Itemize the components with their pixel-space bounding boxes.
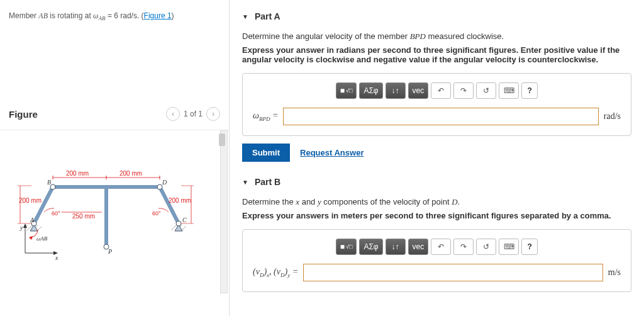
axis-y-label: y — [19, 224, 23, 231]
svg-point-15 — [50, 184, 55, 189]
axis-x-label: x — [55, 254, 58, 261]
tb-undo-button[interactable]: ↶ — [431, 239, 451, 255]
qb-suffix: components of the velocity of point — [321, 197, 452, 206]
tb-subscript-button[interactable]: ↓↑ — [386, 239, 406, 255]
ps-eq: = 6 rad/s. ( — [106, 11, 144, 20]
figure-scrollbar[interactable] — [220, 130, 228, 293]
figure-pager: ‹ 1 of 1 › — [166, 107, 220, 121]
part-b-title: Part B — [255, 177, 280, 187]
part-b-question: Determine the x and y components of the … — [242, 197, 631, 207]
toolbar-b: ■√□ ΑΣφ ↓↑ vec ↶ ↷ ↺ ⌨ ? — [253, 239, 621, 255]
tb-subscript-button[interactable]: ↓↑ — [386, 82, 406, 99]
answer-row-b: (vD)x, (vD)y = m/s — [253, 264, 621, 281]
part-b-header[interactable]: ▼ Part B — [242, 177, 631, 187]
figure-area: y x A B C D P — [0, 130, 229, 293]
ps-suffix: ) — [172, 11, 174, 20]
figure-title: Figure — [9, 109, 166, 120]
submit-button-a[interactable]: Submit — [242, 144, 290, 162]
tb-greek-button[interactable]: ΑΣφ — [359, 239, 382, 255]
part-b-instruction: Express your answers in meters per secon… — [242, 211, 631, 220]
tb-undo-button[interactable]: ↶ — [431, 82, 451, 99]
tb-vec-button[interactable]: vec — [408, 82, 429, 99]
answer-label-a: ωBPD = — [253, 111, 278, 122]
ps-member: AB — [38, 11, 48, 20]
tb-redo-button[interactable]: ↷ — [453, 239, 474, 255]
angle-left: 60° — [52, 210, 60, 217]
figure-header: Figure ‹ 1 of 1 › — [0, 102, 229, 126]
right-panel: ▼ Part A Determine the angular velocity … — [230, 0, 644, 316]
label-D: D — [162, 179, 167, 186]
angle-right: 60° — [152, 210, 161, 217]
part-a-instruction: Express your answer in radians per secon… — [242, 45, 631, 64]
ps-prefix: Member — [9, 11, 38, 20]
answer-row-a: ωBPD = rad/s — [253, 108, 621, 125]
tb-keyboard-button[interactable]: ⌨ — [499, 239, 519, 255]
qa-prefix: Determine the angular velocity of the me… — [242, 31, 410, 41]
qa-suffix: measured clockwise. — [426, 31, 504, 41]
label-C: C — [182, 217, 187, 223]
dim-bottom: 250 mm — [72, 213, 95, 220]
tb-help-button[interactable]: ? — [521, 82, 538, 99]
collapse-icon: ▼ — [242, 179, 248, 186]
tb-templates-button[interactable]: ■√□ — [336, 239, 357, 255]
answer-unit-a: rad/s — [604, 111, 621, 121]
label-omega: ωAB — [36, 235, 48, 242]
tb-keyboard-button[interactable]: ⌨ — [499, 82, 519, 99]
request-answer-link-a[interactable]: Request Answer — [300, 148, 364, 157]
left-panel: Member AB is rotating at ωAB = 6 rad/s. … — [0, 0, 230, 316]
dim-top-left: 200 mm — [66, 170, 89, 177]
collapse-icon: ▼ — [242, 13, 248, 20]
svg-point-16 — [157, 184, 162, 189]
qb-and: and — [299, 197, 318, 206]
label-P: P — [108, 248, 112, 255]
dim-left: 200 mm — [19, 197, 42, 204]
qb-end: . — [458, 197, 460, 206]
tb-redo-button[interactable]: ↷ — [453, 82, 474, 99]
svg-point-14 — [176, 221, 181, 226]
figure-link[interactable]: Figure 1 — [144, 11, 172, 20]
tb-templates-button[interactable]: ■√□ — [336, 82, 357, 99]
submit-row-a: Submit Request Answer — [242, 144, 631, 162]
ps-omega-sub: AB — [99, 15, 106, 21]
pager-label: 1 of 1 — [184, 110, 203, 118]
svg-marker-18 — [29, 236, 33, 240]
part-b-answer-box: ■√□ ΑΣφ ↓↑ vec ↶ ↷ ↺ ⌨ ? (vD)x, (vD)y = … — [242, 229, 631, 292]
dim-right: 200 mm — [169, 197, 191, 204]
problem-statement: Member AB is rotating at ωAB = 6 rad/s. … — [0, 6, 229, 26]
pager-prev-button[interactable]: ‹ — [166, 107, 180, 121]
part-a-question: Determine the angular velocity of the me… — [242, 31, 631, 42]
label-B: B — [47, 179, 51, 186]
answer-unit-b: m/s — [608, 268, 621, 278]
dim-top-right: 200 mm — [119, 170, 142, 177]
ps-middle: is rotating at — [48, 11, 93, 20]
tb-greek-button[interactable]: ΑΣφ — [359, 82, 382, 99]
mechanism-diagram: y x A B C D P — [6, 149, 208, 275]
svg-line-10 — [160, 187, 179, 223]
answer-input-a[interactable] — [283, 108, 598, 125]
answer-input-b[interactable] — [303, 264, 603, 281]
answer-label-b: (vD)x, (vD)y = — [253, 267, 298, 278]
ps-omega: ω — [93, 11, 98, 20]
tb-vec-button[interactable]: vec — [408, 239, 429, 255]
tb-reset-button[interactable]: ↺ — [476, 82, 496, 99]
part-a-header[interactable]: ▼ Part A — [242, 11, 631, 21]
part-a-answer-box: ■√□ ΑΣφ ↓↑ vec ↶ ↷ ↺ ⌨ ? ωBPD = rad/s — [242, 73, 631, 136]
toolbar-a: ■√□ ΑΣφ ↓↑ vec ↶ ↷ ↺ ⌨ ? — [253, 82, 621, 99]
part-a-title: Part A — [255, 11, 280, 21]
tb-help-button[interactable]: ? — [521, 239, 538, 255]
pager-next-button[interactable]: › — [206, 107, 220, 121]
qb-point: D — [452, 197, 457, 206]
label-A: A — [30, 217, 35, 223]
svg-line-9 — [34, 187, 53, 223]
qb-prefix: Determine the — [242, 197, 296, 206]
qa-member: BPD — [410, 31, 426, 41]
tb-reset-button[interactable]: ↺ — [476, 239, 496, 255]
